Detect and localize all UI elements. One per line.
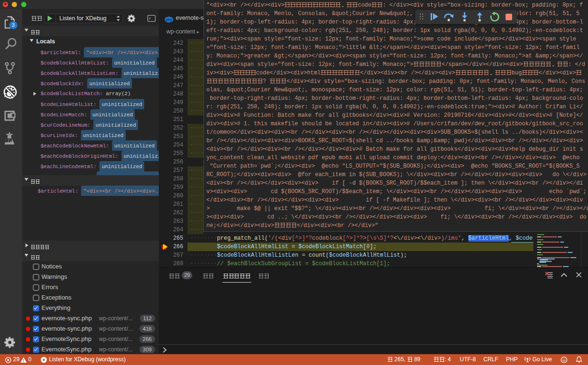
- svg-text:php: php: [165, 18, 172, 22]
